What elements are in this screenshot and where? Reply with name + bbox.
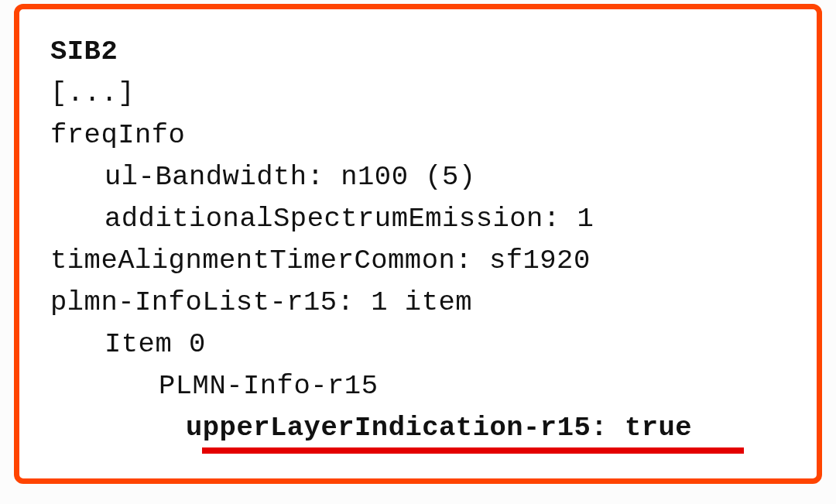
plmn-info: PLMN-Info-r15 xyxy=(50,365,807,407)
ul-bandwidth: ul-Bandwidth: n100 (5) xyxy=(50,156,807,198)
sib2-config-frame: SIB2 [...] freqInfo ul-Bandwidth: n100 (… xyxy=(14,4,822,484)
freq-info-label: freqInfo xyxy=(50,115,807,156)
ellipsis: [...] xyxy=(50,73,807,115)
plmn-info-list: plmn-InfoList-r15: 1 item xyxy=(50,282,807,324)
upper-layer-indication: upperLayerIndication-r15: true xyxy=(50,407,807,449)
time-alignment-timer-common: timeAlignmentTimerCommon: sf1920 xyxy=(50,240,807,282)
sib2-title: SIB2 xyxy=(50,31,807,73)
item-0: Item 0 xyxy=(50,324,807,365)
additional-spectrum-emission: additionalSpectrumEmission: 1 xyxy=(50,198,807,240)
